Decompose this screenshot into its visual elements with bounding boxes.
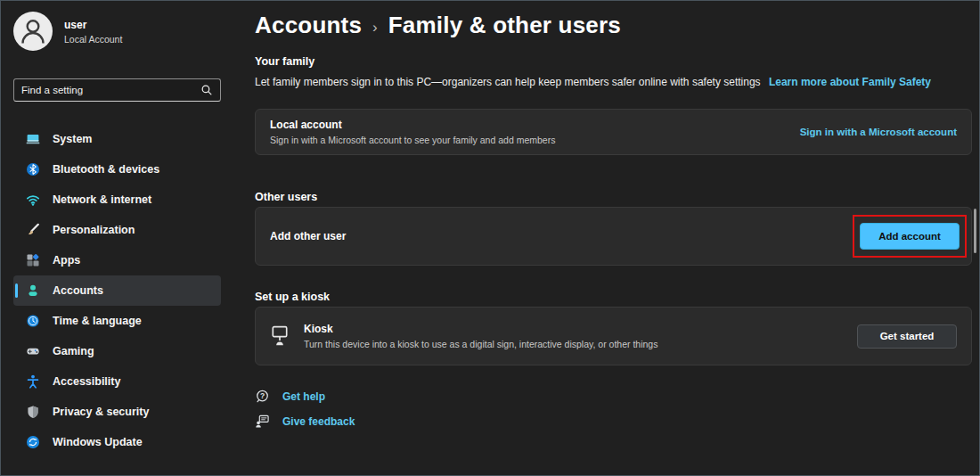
sidebar-item-label: Network & internet <box>53 193 151 206</box>
sidebar-item-bluetooth-devices[interactable]: Bluetooth & devices <box>13 154 221 185</box>
your-family-description-text: Let family members sign in to this PC—or… <box>255 76 761 88</box>
give-feedback-link[interactable]: Give feedback <box>255 414 355 429</box>
network-icon <box>26 193 40 207</box>
get-help-label: Get help <box>282 390 325 403</box>
local-account-card: Local account Sign in with a Microsoft a… <box>255 109 972 155</box>
user-account-type: Local Account <box>64 34 122 45</box>
sidebar-item-label: Windows Update <box>53 436 143 448</box>
accessibility-icon <box>26 374 40 389</box>
local-account-subtitle: Sign in with a Microsoft account to see … <box>270 135 555 145</box>
red-highlight-box: Add account <box>853 215 967 258</box>
settings-window: user Local Account System <box>0 0 980 476</box>
your-family-description: Let family members sign in to this PC—or… <box>255 76 972 88</box>
sign-in-microsoft-link[interactable]: Sign in with a Microsoft account <box>800 127 957 137</box>
user-avatar-icon <box>13 12 53 51</box>
sidebar-item-label: Gaming <box>53 345 94 357</box>
add-account-button[interactable]: Add account <box>860 223 960 250</box>
get-help-icon: ? <box>255 389 270 404</box>
user-name: user <box>64 19 122 31</box>
sidebar-item-time-language[interactable]: Time & language <box>13 306 221 336</box>
kiosk-title: Kiosk <box>304 323 657 335</box>
your-family-heading: Your family <box>255 55 314 68</box>
time-language-icon <box>26 314 40 328</box>
sidebar-item-label: Apps <box>53 254 80 267</box>
kiosk-icon <box>270 323 290 349</box>
search-box[interactable] <box>13 78 221 102</box>
give-feedback-label: Give feedback <box>282 415 355 428</box>
sidebar-item-network-internet[interactable]: Network & internet <box>13 185 221 215</box>
sidebar-item-privacy-security[interactable]: Privacy & security <box>13 397 221 427</box>
sidebar-item-personalization[interactable]: Personalization <box>13 215 221 245</box>
page-title: Family & other users <box>388 12 621 39</box>
selected-indicator <box>15 283 18 298</box>
search-icon <box>200 84 213 96</box>
personalization-icon <box>26 223 40 237</box>
sidebar-item-label: Privacy & security <box>53 406 149 418</box>
search-input[interactable] <box>14 85 200 95</box>
windows-update-icon <box>26 435 40 449</box>
sidebar-item-apps[interactable]: Apps <box>13 245 221 275</box>
sidebar-item-label: System <box>53 133 92 145</box>
kiosk-subtitle: Turn this device into a kiosk to use as … <box>304 339 657 349</box>
sidebar-item-label: Bluetooth & devices <box>53 163 159 176</box>
kiosk-heading: Set up a kiosk <box>255 291 330 303</box>
sidebar-item-system[interactable]: System <box>13 124 221 154</box>
system-icon <box>26 132 40 146</box>
add-other-user-label: Add other user <box>270 230 346 242</box>
apps-icon <box>26 253 40 267</box>
give-feedback-icon <box>255 414 270 429</box>
breadcrumb: Accounts › Family & other users <box>255 12 621 39</box>
family-safety-link[interactable]: Learn more about Family Safety <box>769 76 931 88</box>
accounts-icon <box>26 283 40 298</box>
sidebar-nav: System Bluetooth & devices Network & int… <box>13 124 221 457</box>
svg-text:?: ? <box>260 391 265 400</box>
local-account-title: Local account <box>270 119 555 131</box>
sidebar-item-gaming[interactable]: Gaming <box>13 336 221 366</box>
sidebar-item-accounts[interactable]: Accounts <box>13 275 221 306</box>
sidebar-item-windows-update[interactable]: Windows Update <box>13 427 221 457</box>
privacy-security-icon <box>26 405 40 419</box>
get-help-link[interactable]: ? Get help <box>255 389 325 404</box>
get-started-button[interactable]: Get started <box>857 324 957 349</box>
bluetooth-icon <box>26 162 40 176</box>
other-users-heading: Other users <box>255 191 317 203</box>
sidebar-item-label: Accounts <box>53 284 103 297</box>
sidebar-item-label: Accessibility <box>53 375 120 388</box>
other-users-card: Add other user Add account <box>255 207 972 266</box>
breadcrumb-accounts[interactable]: Accounts <box>255 12 362 39</box>
sidebar-item-accessibility[interactable]: Accessibility <box>13 366 221 397</box>
sidebar-item-label: Personalization <box>53 224 135 236</box>
breadcrumb-separator: › <box>372 15 378 37</box>
user-profile[interactable]: user Local Account <box>13 12 122 51</box>
sidebar-item-label: Time & language <box>53 315 142 327</box>
gaming-icon <box>26 344 40 358</box>
kiosk-card: Kiosk Turn this device into a kiosk to u… <box>255 307 972 365</box>
scrollbar-thumb[interactable] <box>974 209 976 253</box>
